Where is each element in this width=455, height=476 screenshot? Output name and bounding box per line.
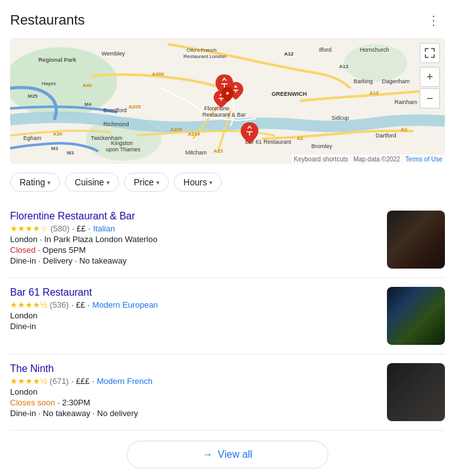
svg-text:Rainham: Rainham — [395, 99, 417, 105]
cuisine-type[interactable]: Modern European — [93, 300, 158, 310]
separator: · — [88, 300, 90, 310]
svg-point-45 — [226, 92, 229, 95]
rating-stars: ★★★★½ — [10, 376, 47, 386]
map-zoom-out-button[interactable]: − — [420, 88, 440, 108]
svg-text:A40: A40 — [83, 83, 92, 88]
filter-bar: Rating▾Cuisine▾Price▾Hours▾ — [10, 173, 445, 192]
restaurant-name[interactable]: Florentine Restaurant & Bar — [10, 211, 379, 222]
svg-text:A205: A205 — [129, 104, 141, 110]
map-view[interactable]: Regional Park Wembley Otto's French Rest… — [10, 38, 445, 164]
restaurant-status: Closes soon · 2:30PM — [10, 398, 379, 407]
filter-hours-button[interactable]: Hours▾ — [174, 173, 222, 192]
restaurant-card: The Ninth ★★★★½ (671) · £££ · Modern Fre… — [10, 354, 445, 431]
map-expand-button[interactable] — [420, 43, 440, 63]
separator: · — [88, 224, 91, 233]
price-level: · ££ — [71, 300, 85, 310]
svg-text:A406: A406 — [152, 71, 164, 77]
separator: · — [92, 376, 95, 386]
map-terms-link[interactable]: Terms of Use — [405, 156, 442, 163]
filter-label: Hours — [183, 177, 207, 187]
view-all-section: → View all — [10, 431, 445, 476]
rating-stars: ★★★★½ — [10, 300, 47, 310]
svg-text:M3: M3 — [51, 146, 59, 151]
svg-text:M4: M4 — [84, 102, 92, 107]
svg-text:Dagenham: Dagenham — [382, 78, 410, 84]
view-all-button[interactable]: → View all — [127, 441, 328, 468]
svg-text:Hornchurch: Hornchurch — [360, 47, 389, 53]
svg-text:Otto's French: Otto's French — [187, 47, 217, 53]
restaurant-card: Bar 61 Restaurant ★★★★½ (536) · ££ · Mod… — [10, 278, 445, 354]
restaurant-services: Dine-in · No takeaway · No delivery — [10, 409, 379, 418]
more-options-icon[interactable]: ⋮ — [422, 10, 445, 30]
cuisine-type[interactable]: Italian — [93, 224, 115, 233]
restaurant-meta: ★★★★½ (536) · ££ · Modern European — [10, 300, 379, 310]
chevron-down-icon: ▾ — [47, 179, 50, 186]
cuisine-type[interactable]: Modern French — [97, 376, 153, 386]
svg-text:A214: A214 — [188, 131, 200, 137]
restaurant-image[interactable] — [387, 363, 445, 421]
restaurant-info: The Ninth ★★★★½ (671) · £££ · Modern Fre… — [10, 363, 379, 418]
status-detail: · Opens 5PM — [38, 245, 86, 255]
rating-count: (580) — [50, 224, 69, 233]
filter-rating-button[interactable]: Rating▾ — [10, 173, 60, 192]
restaurant-location: London · In Park Plaza London Waterloo — [10, 235, 379, 244]
svg-text:Sidcup: Sidcup — [331, 115, 349, 121]
page-title: Restaurants — [10, 12, 85, 28]
chevron-down-icon: ▾ — [209, 179, 212, 186]
restaurant-location: London — [10, 311, 379, 320]
svg-text:Dartford: Dartford — [376, 132, 396, 139]
svg-text:Egham: Egham — [23, 135, 42, 141]
chevron-down-icon: ▾ — [107, 179, 110, 186]
restaurant-list: Florentine Restaurant & Bar ★★★★☆ (580) … — [10, 202, 445, 431]
svg-text:Restaurant & Bar: Restaurant & Bar — [202, 112, 246, 118]
restaurant-info: Florentine Restaurant & Bar ★★★★☆ (580) … — [10, 211, 379, 265]
restaurant-info: Bar 61 Restaurant ★★★★½ (536) · ££ · Mod… — [10, 287, 379, 331]
filter-label: Price — [134, 177, 154, 187]
price-level: · ££ — [72, 224, 86, 233]
svg-text:M25: M25 — [28, 93, 38, 99]
status-closed: Closed — [10, 245, 35, 255]
svg-text:Hayes: Hayes — [42, 81, 56, 86]
restaurant-card: Florentine Restaurant & Bar ★★★★☆ (580) … — [10, 202, 445, 278]
arrow-icon: → — [203, 449, 213, 460]
rating-count: (671) — [50, 376, 69, 386]
svg-text:A30: A30 — [53, 131, 62, 137]
chevron-down-icon: ▾ — [156, 179, 159, 186]
svg-text:A12: A12 — [284, 51, 294, 57]
svg-text:GREENWICH: GREENWICH — [272, 91, 307, 97]
svg-text:A13: A13 — [339, 64, 348, 69]
restaurant-status: Closed · Opens 5PM — [10, 245, 379, 255]
svg-text:Bromley: Bromley — [311, 143, 333, 149]
rating-stars: ★★★★☆ — [10, 224, 48, 233]
map-zoom-controls: + − — [420, 43, 440, 108]
map-zoom-in-button[interactable]: + — [420, 67, 440, 87]
svg-text:M3: M3 — [67, 150, 74, 156]
restaurant-services: Dine-in · Delivery · No takeaway — [10, 256, 379, 265]
filter-label: Rating — [20, 177, 45, 187]
svg-text:Restaurant London: Restaurant London — [183, 54, 226, 59]
svg-text:Brentford: Brentford — [103, 107, 127, 113]
svg-text:Barking: Barking — [354, 78, 373, 84]
svg-text:Regional Park: Regional Park — [38, 57, 77, 63]
restaurant-image-placeholder — [387, 211, 445, 269]
svg-text:upon Thames: upon Thames — [106, 146, 141, 153]
status-closes-soon: Closes soon — [10, 398, 55, 407]
price-level: · £££ — [71, 376, 89, 386]
restaurant-name[interactable]: The Ninth — [10, 363, 379, 374]
restaurant-image[interactable] — [387, 211, 445, 269]
restaurant-location: London — [10, 387, 379, 397]
rating-count: (536) — [50, 300, 69, 310]
svg-text:A205: A205 — [170, 127, 183, 132]
restaurant-image[interactable] — [387, 287, 445, 345]
filter-cuisine-button[interactable]: Cuisine▾ — [65, 173, 119, 192]
restaurant-image-placeholder — [387, 363, 445, 421]
filter-label: Cuisine — [74, 177, 104, 187]
svg-text:A2: A2 — [297, 136, 304, 141]
restaurant-name[interactable]: Bar 61 Restaurant — [10, 287, 379, 298]
restaurant-meta: ★★★★½ (671) · £££ · Modern French — [10, 376, 379, 386]
status-detail: · 2:30PM — [57, 398, 90, 407]
svg-text:Mitcham: Mitcham — [185, 149, 207, 156]
filter-price-button[interactable]: Price▾ — [124, 173, 169, 192]
restaurant-services: Dine-in — [10, 322, 379, 331]
svg-text:Ilford: Ilford — [319, 47, 331, 53]
